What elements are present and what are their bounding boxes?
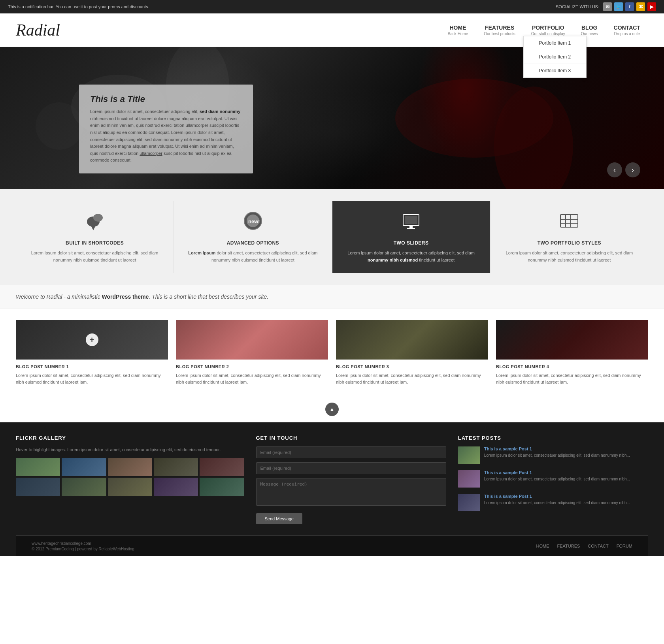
nav-features-sub: Our best products [484, 32, 515, 36]
scroll-up-button[interactable]: ▲ [325, 403, 339, 416]
latest-post-thumb-2[interactable] [458, 470, 480, 488]
footer-nav-forum[interactable]: FORUM [617, 544, 632, 548]
latest-post-item-2: This is a sample Post 1 Lorem ipsum dolo… [458, 470, 648, 488]
hero-text-box: This is a Title Lorem ipsum dolor sit am… [79, 85, 253, 173]
latest-post-title-1[interactable]: This is a sample Post 1 [484, 446, 630, 451]
site-logo[interactable]: Radial [16, 21, 60, 40]
footer-bottom: www.heritagechristiancollege.com © 2012 … [16, 536, 648, 556]
latest-post-title-2[interactable]: This is a sample Post 1 [484, 470, 630, 475]
twitter-social-icon[interactable]: 🐦 [614, 2, 623, 11]
flickr-thumb-6[interactable] [16, 478, 60, 496]
blog-post-1-plus-icon[interactable]: + [86, 333, 98, 346]
flickr-thumb-2[interactable] [62, 458, 106, 476]
nav-portfolio-main: PORTFOLIO [531, 24, 565, 31]
footer-bottom-nav: HOME FEATURES CONTACT FORUM [536, 544, 632, 548]
shortcodes-title: BUILT IN SHORTCODES [27, 240, 162, 246]
nav-blog-main: BLOG [581, 24, 598, 31]
welcome-text: Welcome to Radial - a minimalistic WordP… [16, 294, 648, 300]
flickr-thumb-9[interactable] [154, 478, 198, 496]
nav-item-features[interactable]: FEATURES Our best products [476, 24, 523, 36]
email-field-2 [256, 462, 446, 474]
footer-latest-col: LATEST POSTS This is a sample Post 1 Lor… [458, 435, 648, 524]
flickr-thumb-10[interactable] [200, 478, 244, 496]
latest-post-desc-2: Lorem ipsum dolor sit amet, consectetuer… [484, 476, 630, 482]
blog-post-1-desc: Lorem ipsum dolor sit amet, consectetur … [16, 372, 168, 385]
blog-post-3-title: BLOG POST NUMBER 3 [336, 364, 488, 369]
features-section: BUILT IN SHORTCODES Lorem ipsum dolor si… [0, 189, 664, 285]
portfolio-styles-desc: Lorem ipsum dolor sit amet, consectetuer… [502, 250, 637, 264]
send-message-button[interactable]: Send Message [256, 513, 302, 524]
flickr-thumb-3[interactable] [108, 458, 152, 476]
nav-contact-main: CONTACT [614, 24, 640, 31]
flickr-thumb-7[interactable] [62, 478, 106, 496]
welcome-pre: Welcome to Radial - a minimalistic [16, 294, 102, 300]
portfolio-dropdown-item-1[interactable]: Portfolio Item 1 [524, 36, 586, 50]
main-nav: HOME Back Home FEATURES Our best product… [440, 24, 648, 36]
latest-post-desc-3: Lorem ipsum dolor sit amet, consectetuer… [484, 500, 630, 506]
nav-portfolio-sub: Our stuff on display [531, 32, 565, 36]
blog-post-2-image[interactable] [176, 320, 328, 360]
blog-post-4-image[interactable] [496, 320, 648, 360]
contact-form: Send Message [256, 446, 446, 524]
social-icons-group: SOCIALIZE WITH US: ✉ 🐦 f ⌘ ▶ [556, 2, 656, 11]
hero-prev-button[interactable]: ‹ [607, 162, 622, 177]
email-input-2[interactable] [256, 462, 446, 474]
svg-point-6 [93, 214, 103, 222]
flickr-desc: Hover to highlight images. Lorem ipsum d… [16, 446, 244, 453]
blog-grid: + BLOG POST NUMBER 1 Lorem ipsum dolor s… [16, 320, 648, 385]
footer-nav-features[interactable]: FEATURES [557, 544, 580, 548]
footer-nav-home[interactable]: HOME [536, 544, 549, 548]
portfolio-styles-icon [502, 211, 637, 235]
flickr-thumb-4[interactable] [154, 458, 198, 476]
feature-portfolio: TWO PORTFOLIO STYLES Lorem ipsum dolor s… [490, 201, 648, 273]
svg-text:new!: new! [248, 218, 260, 224]
latest-post-item-3: This is a sample Post 1 Lorem ipsum dolo… [458, 494, 648, 511]
email-social-icon[interactable]: ✉ [603, 2, 612, 11]
scroll-up-section: ▲ [0, 396, 664, 422]
footer-site-url: www.heritagechristiancollege.com [32, 541, 91, 546]
email-input-1[interactable] [256, 446, 446, 458]
hero-next-button[interactable]: › [625, 162, 640, 177]
nav-item-blog[interactable]: BLOG Our news [573, 24, 606, 36]
message-textarea[interactable] [256, 478, 446, 506]
blog-post-2: BLOG POST NUMBER 2 Lorem ipsum dolor sit… [176, 320, 328, 385]
latest-post-thumb-3[interactable] [458, 494, 480, 511]
flickr-thumb-1[interactable] [16, 458, 60, 476]
blog-post-4-title: BLOG POST NUMBER 4 [496, 364, 648, 369]
feature-options: new! ADVANCED OPTIONS Lorem ipsum dolor … [174, 201, 332, 273]
blog-post-3-image[interactable] [336, 320, 488, 360]
sliders-icon [343, 211, 479, 235]
nav-item-portfolio[interactable]: PORTFOLIO Our stuff on display Portfolio… [523, 24, 573, 36]
socialize-label: SOCIALIZE WITH US: [556, 4, 599, 9]
latest-post-content-3: This is a sample Post 1 Lorem ipsum dolo… [484, 494, 630, 506]
svg-rect-15 [560, 215, 578, 227]
nav-item-contact[interactable]: CONTACT Drop us a note [606, 24, 648, 36]
nav-features-main: FEATURES [484, 24, 515, 31]
latest-post-thumb-1[interactable] [458, 446, 480, 464]
nav-contact-sub: Drop us a note [614, 32, 640, 36]
sliders-title: TWO SLIDERS [343, 240, 479, 246]
flickr-thumb-8[interactable] [108, 478, 152, 496]
flickr-thumb-5[interactable] [200, 458, 244, 476]
footer-nav-contact[interactable]: CONTACT [588, 544, 608, 548]
sliders-desc: Lorem ipsum dolor sit amet, consectetuer… [343, 250, 479, 264]
latest-post-item-1: This is a sample Post 1 Lorem ipsum dolo… [458, 446, 648, 464]
portfolio-dropdown: Portfolio Item 1 Portfolio Item 2 Portfo… [523, 36, 587, 78]
welcome-section: Welcome to Radial - a minimalistic WordP… [0, 285, 664, 309]
welcome-post: . This is a short line that best describ… [149, 294, 268, 300]
latest-post-title-3[interactable]: This is a sample Post 1 [484, 494, 630, 499]
welcome-bold: WordPress theme [102, 294, 149, 300]
nav-item-home[interactable]: HOME Back Home [440, 24, 476, 36]
blog-post-2-title: BLOG POST NUMBER 2 [176, 364, 328, 369]
rss-social-icon[interactable]: ⌘ [636, 2, 645, 11]
blog-post-4-desc: Lorem ipsum dolor sit amet, consectetur … [496, 372, 648, 385]
youtube-social-icon[interactable]: ▶ [647, 2, 656, 11]
hero-nav-controls: ‹ › [607, 162, 640, 177]
portfolio-dropdown-item-3[interactable]: Portfolio Item 3 [524, 64, 586, 77]
footer-copyright: © 2012 PremiumCoding | powered by Reliab… [32, 547, 134, 551]
notification-text: This is a notification bar. You can use … [8, 4, 149, 9]
shortcodes-icon [27, 211, 162, 235]
blog-post-1-image[interactable]: + [16, 320, 168, 360]
facebook-social-icon[interactable]: f [625, 2, 634, 11]
portfolio-dropdown-item-2[interactable]: Portfolio Item 2 [524, 50, 586, 64]
